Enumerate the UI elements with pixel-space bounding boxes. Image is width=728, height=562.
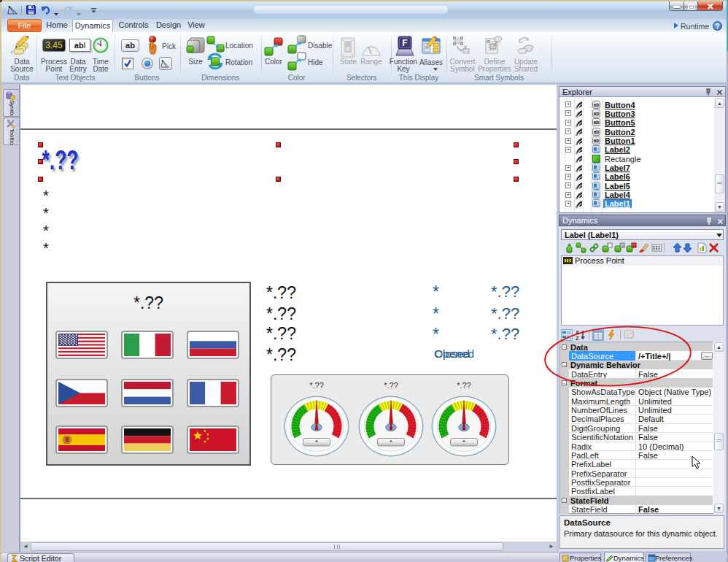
svg-text:F: F <box>402 38 407 48</box>
